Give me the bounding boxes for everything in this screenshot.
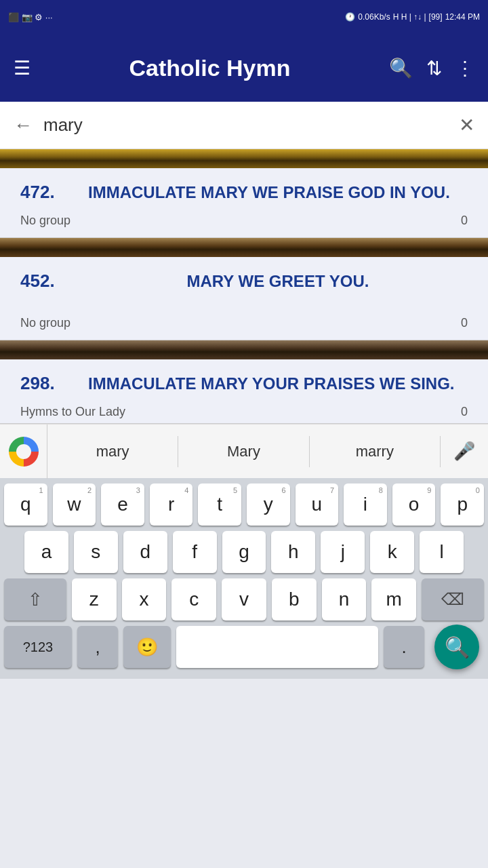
image-strip-2 xyxy=(0,238,488,257)
comma-key[interactable]: , xyxy=(77,626,118,668)
keyboard-row-3: ⇧ z x c v b n m ⌫ xyxy=(4,578,484,620)
hymn-number-1: 472. xyxy=(20,182,75,203)
hymn-count-2: 0 xyxy=(461,316,468,330)
more-icon[interactable]: ⋮ xyxy=(455,57,474,79)
key-a[interactable]: a xyxy=(24,531,68,573)
battery-icon: [99] xyxy=(429,12,443,22)
hymn-group-3: Hymns to Our Lady xyxy=(20,405,125,419)
key-h[interactable]: h xyxy=(271,531,315,573)
number-toggle-label: ?123 xyxy=(23,639,54,655)
key-t[interactable]: 5t xyxy=(198,484,241,526)
search-bar: ← ✕ xyxy=(0,102,488,149)
emoji-key[interactable]: 🙂 xyxy=(123,626,171,668)
shift-key[interactable]: ⇧ xyxy=(4,578,66,620)
battery-level: 99 xyxy=(431,12,440,22)
image-strip-3 xyxy=(0,340,488,359)
key-i[interactable]: 8i xyxy=(344,484,387,526)
time-display: 12:44 PM xyxy=(445,12,480,22)
clear-button[interactable]: ✕ xyxy=(459,114,474,136)
status-bar: ⬛ 📷 ⚙ ··· 🕐 0.06Kb/s H H | ↑↓ | [99] 12:… xyxy=(0,0,488,34)
results-area: 472. IMMACULATE MARY WE PRAISE GOD IN YO… xyxy=(0,149,488,424)
key-l[interactable]: l xyxy=(420,531,464,573)
signal-icons: H H | ↑↓ | xyxy=(393,12,426,22)
key-r[interactable]: 4r xyxy=(150,484,193,526)
key-w[interactable]: 2w xyxy=(53,484,96,526)
key-u[interactable]: 7u xyxy=(296,484,339,526)
search-fab-area: 🔍 xyxy=(430,626,484,668)
search-input[interactable] xyxy=(43,115,448,136)
key-s[interactable]: s xyxy=(74,531,118,573)
space-key[interactable] xyxy=(176,626,378,668)
suggestions-row: mary Mary marry 🎤 xyxy=(0,424,488,478)
hymn-group-2: No group xyxy=(20,316,70,330)
key-d[interactable]: d xyxy=(123,531,167,573)
keyboard-row-2: a s d f g h j k l xyxy=(4,531,484,573)
key-j[interactable]: j xyxy=(321,531,365,573)
key-p[interactable]: 0p xyxy=(441,484,484,526)
app-bar: ☰ Catholic Hymn 🔍 ⇅ ⋮ xyxy=(0,34,488,102)
key-n[interactable]: n xyxy=(322,578,367,620)
back-button[interactable]: ← xyxy=(14,115,33,136)
keyboard-row-1: 1q 2w 3e 4r 5t 6y 7u 8i 9o 0p xyxy=(4,484,484,526)
suggestion-mary-capital[interactable]: Mary xyxy=(178,436,309,467)
suggestion-mary-lower[interactable]: mary xyxy=(47,436,178,467)
hymn-card-3[interactable]: 298. IMMACULATE MARY YOUR PRAISES WE SIN… xyxy=(0,359,488,424)
hymn-count-3: 0 xyxy=(461,405,468,419)
key-x[interactable]: x xyxy=(122,578,167,620)
keyboard-area: mary Mary marry 🎤 1q 2w 3e 4r 5t 6y 7u 8… xyxy=(0,424,488,679)
key-e[interactable]: 3e xyxy=(101,484,144,526)
google-logo xyxy=(0,425,47,479)
key-f[interactable]: f xyxy=(173,531,217,573)
sort-icon[interactable]: ⇅ xyxy=(426,57,442,79)
keyboard-bottom-row: ?123 , 🙂 . 🔍 xyxy=(4,626,484,668)
hymn-card-2[interactable]: 452. MARY WE GREET YOU. No group 0 xyxy=(0,257,488,340)
search-icon[interactable]: 🔍 xyxy=(389,57,413,79)
status-left-icons: ⬛ 📷 ⚙ ··· xyxy=(8,12,53,22)
key-q[interactable]: 1q xyxy=(4,484,47,526)
hymn-title-3: IMMACULATE MARY YOUR PRAISES WE SING. xyxy=(88,374,468,393)
key-z[interactable]: z xyxy=(72,578,117,620)
search-fab-button[interactable]: 🔍 xyxy=(434,625,479,669)
image-strip-1 xyxy=(0,149,488,168)
keyboard: 1q 2w 3e 4r 5t 6y 7u 8i 9o 0p a s d f g … xyxy=(0,478,488,679)
hymn-number-2: 452. xyxy=(20,271,75,292)
backspace-key[interactable]: ⌫ xyxy=(422,578,484,620)
hymn-title-2: MARY WE GREET YOU. xyxy=(88,272,468,291)
key-b[interactable]: b xyxy=(272,578,317,620)
key-y[interactable]: 6y xyxy=(247,484,290,526)
status-icons: ⬛ 📷 ⚙ ··· xyxy=(8,12,53,22)
suggestion-marry[interactable]: marry xyxy=(310,436,441,467)
key-g[interactable]: g xyxy=(222,531,266,573)
hymn-count-1: 0 xyxy=(461,214,468,228)
hymn-title-1: IMMACULATE MARY WE PRAISE GOD IN YOU. xyxy=(88,183,468,202)
app-title: Catholic Hymn xyxy=(44,55,375,81)
hymn-card-1[interactable]: 472. IMMACULATE MARY WE PRAISE GOD IN YO… xyxy=(0,168,488,238)
mic-icon[interactable]: 🎤 xyxy=(441,425,488,479)
key-k[interactable]: k xyxy=(370,531,414,573)
key-v[interactable]: v xyxy=(222,578,266,620)
number-toggle-key[interactable]: ?123 xyxy=(4,626,72,668)
hymn-group-1: No group xyxy=(20,214,70,228)
key-o[interactable]: 9o xyxy=(392,484,436,526)
key-c[interactable]: c xyxy=(171,578,216,620)
alarm-icon: 🕐 xyxy=(345,12,355,22)
hymn-number-3: 298. xyxy=(20,373,75,394)
key-m[interactable]: m xyxy=(371,578,416,620)
network-speed: 0.06Kb/s xyxy=(358,12,390,22)
menu-icon[interactable]: ☰ xyxy=(14,57,30,79)
period-key[interactable]: . xyxy=(384,626,424,668)
status-right-info: 🕐 0.06Kb/s H H | ↑↓ | [99] 12:44 PM xyxy=(345,12,480,22)
